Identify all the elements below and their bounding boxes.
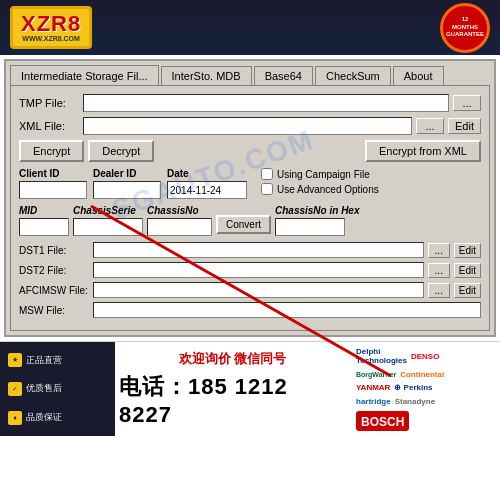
dealer-id-label: Dealer ID	[93, 168, 161, 179]
xml-edit-button[interactable]: Edit	[448, 118, 481, 134]
guarantee-months: 12	[462, 16, 469, 24]
chassis-hex-input[interactable]	[275, 218, 345, 236]
phone-label: 电话：	[119, 374, 188, 399]
xml-browse-button[interactable]: ...	[416, 118, 444, 134]
dst2-file-row: DST2 File: ... Edit	[19, 262, 481, 278]
bottom-banner: ★ 正品直营 ✓ 优质售后 ♦ 品质保证 欢迎询价 微信同号 电话：185 12…	[0, 341, 500, 436]
bottom-right-brands: DelphiTechnologies DENSO BorgWarner Cont…	[350, 342, 500, 436]
genuine-label: 正品直营	[26, 354, 62, 367]
chassis-no-group: ChassisNo	[147, 205, 212, 236]
mid-label: MID	[19, 205, 69, 216]
chassis-serie-label: ChassisSerie	[73, 205, 143, 216]
msw-input[interactable]	[93, 302, 481, 318]
afcimsw-label: AFCIMSW File:	[19, 285, 89, 296]
tmp-input[interactable]	[83, 94, 449, 112]
chassis-hex-label: ChassisNo in Hex	[275, 205, 359, 216]
guarantee-badge: 12 MONTHS GUARANTEE	[440, 3, 490, 53]
msw-label: MSW File:	[19, 305, 89, 316]
quality-icon: ♦	[8, 411, 22, 425]
tab-intermediate-storage[interactable]: Intermediate Storage Fil...	[10, 65, 159, 85]
tab-base64[interactable]: Base64	[254, 66, 313, 85]
dst2-edit-button[interactable]: Edit	[454, 263, 481, 278]
software-container: Intermediate Storage Fil... InterSto. MD…	[4, 59, 496, 337]
mid-group: MID	[19, 205, 69, 236]
brand-perkins: ⊕ Perkins	[394, 383, 432, 392]
xml-input[interactable]	[83, 117, 412, 135]
brand-delphi: DelphiTechnologies	[356, 347, 407, 365]
service-label: 优质售后	[26, 382, 62, 395]
genuine-icon: ★	[8, 353, 22, 367]
brand-stanadyne: Stanadyne	[395, 397, 435, 406]
encrypt-button[interactable]: Encrypt	[19, 140, 84, 162]
bottom-center: 欢迎询价 微信同号 电话：185 1212 8227	[115, 342, 350, 436]
logo-box: XZR8 WWW.XZR8.COM	[10, 6, 92, 49]
afcimsw-browse-button[interactable]: ...	[428, 283, 450, 298]
encrypt-from-xml-button[interactable]: Encrypt from XML	[365, 140, 481, 162]
logo-area: XZR8 WWW.XZR8.COM	[10, 6, 92, 49]
badge-service: ✓ 优质售后	[8, 382, 107, 396]
client-id-input[interactable]	[19, 181, 87, 199]
dst1-browse-button[interactable]: ...	[428, 243, 450, 258]
decrypt-button[interactable]: Decrypt	[88, 140, 154, 162]
use-advanced-checkbox[interactable]	[261, 183, 273, 195]
chassis-serie-group: ChassisSerie	[73, 205, 143, 236]
chassis-hex-group: ChassisNo in Hex	[275, 205, 359, 236]
guarantee-label: GUARANTEE	[446, 31, 484, 39]
dst1-file-row: DST1 File: ... Edit	[19, 242, 481, 258]
options-checkboxes: Using Campaign File Use Advanced Options	[261, 168, 379, 195]
welcome-text: 欢迎询价 微信同号	[179, 350, 287, 368]
tmp-browse-button[interactable]: ...	[453, 95, 481, 111]
service-icon: ✓	[8, 382, 22, 396]
convert-button[interactable]: Convert	[216, 215, 271, 234]
date-group: Date	[167, 168, 247, 199]
dst1-label: DST1 File:	[19, 245, 89, 256]
date-input[interactable]	[167, 181, 247, 199]
logo-xzr8-text: XZR8	[21, 13, 81, 35]
phone-text: 电话：185 1212 8227	[119, 372, 346, 428]
date-label: Date	[167, 168, 247, 179]
bottom-left-badges: ★ 正品直营 ✓ 优质售后 ♦ 品质保证	[0, 342, 115, 436]
afcimsw-input[interactable]	[93, 282, 424, 298]
dealer-id-input[interactable]	[93, 181, 161, 199]
dst2-input[interactable]	[93, 262, 424, 278]
tab-about[interactable]: About	[393, 66, 444, 85]
logo-www-text: WWW.XZR8.COM	[22, 35, 80, 42]
dst1-edit-button[interactable]: Edit	[454, 243, 481, 258]
chassis-no-input[interactable]	[147, 218, 212, 236]
mid-input[interactable]	[19, 218, 69, 236]
guarantee-months-label: MONTHS	[452, 24, 478, 32]
client-dealer-date-row: Client ID Dealer ID Date Using Campaign …	[19, 168, 481, 199]
brand-bosch: BOSCH	[361, 415, 404, 429]
brand-continental: Continental	[400, 370, 444, 379]
xml-file-row: XML File: ... Edit	[19, 117, 481, 135]
use-advanced-row: Use Advanced Options	[261, 183, 379, 195]
tab-bar: Intermediate Storage Fil... InterSto. MD…	[10, 65, 490, 85]
tab-checksum[interactable]: CheckSum	[315, 66, 391, 85]
client-id-group: Client ID	[19, 168, 87, 199]
brand-yanmar: YANMAR	[356, 383, 390, 392]
chassis-serie-input[interactable]	[73, 218, 143, 236]
header: XZR8 WWW.XZR8.COM 12 MONTHS GUARANTEE	[0, 0, 500, 55]
using-campaign-checkbox[interactable]	[261, 168, 273, 180]
dst1-input[interactable]	[93, 242, 424, 258]
using-campaign-label: Using Campaign File	[277, 169, 370, 180]
brand-borgwarner: BorgWarner	[356, 371, 396, 378]
tmp-label: TMP File:	[19, 97, 79, 109]
badge-quality: ♦ 品质保证	[8, 411, 107, 425]
brand-denso: DENSO	[411, 352, 439, 361]
brand-hartridge: hartridge	[356, 397, 391, 406]
dst2-browse-button[interactable]: ...	[428, 263, 450, 278]
chassis-row: MID ChassisSerie ChassisNo Convert Chass…	[19, 205, 481, 236]
use-advanced-label: Use Advanced Options	[277, 184, 379, 195]
action-buttons-row: Encrypt Decrypt Encrypt from XML	[19, 140, 481, 162]
afcimsw-edit-button[interactable]: Edit	[454, 283, 481, 298]
tmp-file-row: TMP File: ...	[19, 94, 481, 112]
tab-interstoMDB[interactable]: InterSto. MDB	[161, 66, 252, 85]
afcimsw-file-row: AFCIMSW File: ... Edit	[19, 282, 481, 298]
client-id-label: Client ID	[19, 168, 87, 179]
quality-label: 品质保证	[26, 411, 62, 424]
xml-label: XML File:	[19, 120, 79, 132]
dealer-id-group: Dealer ID	[93, 168, 161, 199]
using-campaign-row: Using Campaign File	[261, 168, 379, 180]
chassis-no-label: ChassisNo	[147, 205, 212, 216]
